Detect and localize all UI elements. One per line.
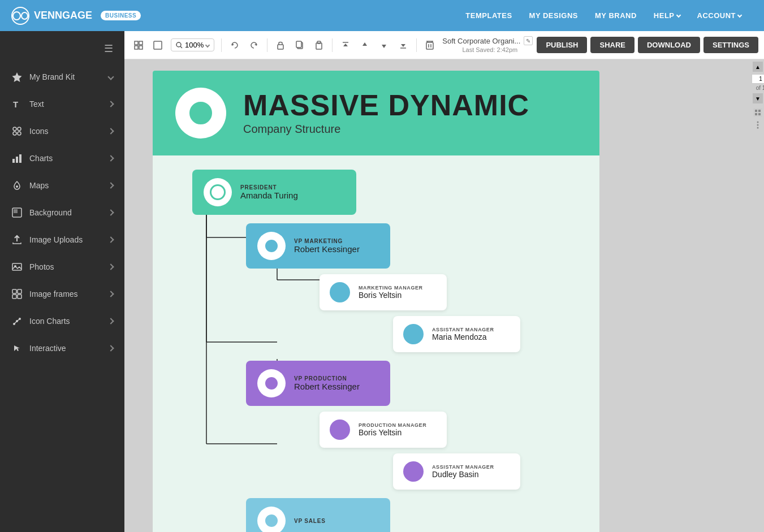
paste-button[interactable] (310, 37, 327, 54)
logo-inner-circle (187, 99, 215, 127)
toolbar: 100% Soft Corporate Organi... ✎ (124, 31, 764, 59)
undo-button[interactable] (226, 37, 243, 54)
move-down-button[interactable] (375, 37, 392, 54)
sidebar-item-maps[interactable]: Maps (0, 172, 124, 199)
vp-sales-node[interactable]: VP SALES (246, 498, 390, 532)
vp-marketing-node[interactable]: VP MARKETING Robert Kessinger (246, 223, 390, 269)
background-chevron-icon (107, 209, 114, 215)
sidebar-item-charts[interactable]: Charts (0, 145, 124, 172)
header-text-block: MASSIVE DYNAMIC Company Structure (243, 90, 529, 136)
svg-point-28 (176, 42, 181, 47)
canvas-scroll-container[interactable]: MASSIVE DYNAMIC Company Structure (153, 71, 747, 532)
nav-templates[interactable]: TEMPLATES (465, 11, 512, 20)
sidebar-item-text[interactable]: T Text (0, 90, 124, 118)
move-top-button[interactable] (337, 37, 354, 54)
move-bottom-button[interactable] (395, 37, 412, 54)
edit-title-icon[interactable]: ✎ (524, 36, 533, 45)
sidebar-item-my-brand-kit[interactable]: My Brand Kit (0, 63, 124, 90)
svg-rect-24 (139, 41, 143, 45)
redo-button[interactable] (245, 37, 262, 54)
scroll-down-button[interactable]: ▼ (753, 93, 763, 103)
delete-button[interactable] (421, 37, 438, 54)
sidebar-item-background[interactable]: Background (0, 199, 124, 226)
svg-point-4 (13, 132, 16, 135)
assistant-manager-1-title: ASSISTANT MANAGER (432, 327, 494, 332)
photos-chevron-icon (107, 263, 114, 270)
nav-account[interactable]: ACCOUNT (697, 11, 742, 20)
scroll-up-button[interactable]: ▲ (753, 62, 763, 72)
nav-my-designs[interactable]: MY DESIGNS (529, 11, 578, 20)
image-frames-chevron-icon (107, 291, 114, 297)
logo[interactable]: VENNGAGE (11, 7, 92, 25)
vp-sales-avatar (257, 507, 286, 532)
zoom-value: 100% (185, 41, 204, 49)
page-view-button[interactable] (149, 37, 166, 54)
vp-production-node[interactable]: VP PRODUCTION Robert Kessinger (246, 361, 390, 406)
assistant-manager-2-title: ASSISTANT MANAGER (432, 464, 494, 470)
vp-sales-section: VP SALES (170, 498, 582, 532)
sidebar-item-photos[interactable]: Photos (0, 253, 124, 280)
svg-line-29 (180, 46, 182, 48)
nav-help[interactable]: HELP (654, 11, 680, 20)
canvas-toggle-button[interactable] (130, 37, 147, 54)
grid-view-button[interactable] (753, 108, 762, 117)
sidebar-item-image-frames[interactable]: Image frames (0, 280, 124, 308)
production-manager-dot (330, 419, 350, 440)
production-manager-name: Boris Yeltsin (359, 428, 426, 437)
text-icon: T (11, 98, 23, 110)
settings-button[interactable]: SETTINGS (703, 37, 758, 53)
copy-button[interactable] (291, 37, 308, 54)
sidebar-item-image-uploads[interactable]: Image Uploads (0, 226, 124, 253)
svg-rect-16 (12, 295, 16, 299)
share-button[interactable]: SHARE (590, 37, 634, 53)
sidebar-item-label-my-brand: My Brand Kit (29, 72, 75, 81)
more-options-button[interactable] (753, 120, 762, 129)
production-manager-title: PRODUCTION MANAGER (359, 422, 426, 428)
assistant-manager-1-node[interactable]: ASSISTANT MANAGER Maria Mendoza (393, 316, 520, 352)
right-panel: ▲ 1 of 1 ▼ (752, 59, 764, 129)
icon-charts-icon (11, 315, 23, 327)
page-number: 1 (752, 74, 764, 84)
logo-text: VENNGAGE (34, 10, 92, 21)
vp-production-name: Robert Kessinger (294, 382, 360, 391)
lock-button[interactable] (272, 37, 289, 54)
search-icon (176, 42, 183, 49)
sidebar-item-interactive[interactable]: Interactive (0, 335, 124, 362)
vp-marketing-section: VP MARKETING Robert Kessinger MARKETING … (170, 223, 582, 352)
sidebar-item-icon-charts[interactable]: Icon Charts (0, 308, 124, 335)
assistant-manager-2-dot (403, 461, 424, 482)
my-brand-chevron-icon (107, 73, 114, 80)
maps-chevron-icon (107, 182, 114, 188)
assistant-manager-2-node[interactable]: ASSISTANT MANAGER Dudley Basin (393, 453, 520, 490)
toolbar-divider-1 (221, 38, 222, 52)
image-uploads-chevron-icon (107, 236, 114, 243)
assistant-manager-1-dot (403, 324, 424, 344)
sidebar-item-icons[interactable]: Icons (0, 118, 124, 145)
svg-rect-15 (18, 289, 21, 293)
star-icon (11, 71, 23, 83)
nav-my-brand[interactable]: MY BRAND (595, 11, 637, 20)
svg-point-65 (757, 127, 759, 129)
menu-toggle-button[interactable]: ☰ (0, 37, 124, 60)
zoom-selector[interactable]: 100% (171, 38, 214, 51)
marketing-manager-node[interactable]: MARKETING MANAGER Boris Yeltsin (320, 274, 447, 310)
sidebar-item-label-background: Background (29, 208, 72, 217)
document-title[interactable]: Soft Corporate Organi... (442, 37, 520, 45)
publish-button[interactable]: PUBLISH (537, 37, 587, 53)
svg-rect-11 (14, 209, 18, 213)
svg-point-9 (16, 185, 18, 188)
vp-production-title: VP PRODUCTION (294, 375, 360, 382)
svg-rect-61 (755, 113, 757, 115)
svg-rect-23 (135, 41, 138, 45)
move-up-button[interactable] (356, 37, 373, 54)
president-name: Amanda Turing (240, 191, 298, 200)
svg-marker-31 (254, 44, 257, 46)
background-icon (11, 207, 23, 218)
toolbar-divider-2 (267, 38, 267, 52)
svg-rect-60 (758, 110, 761, 112)
sidebar-item-label-text: Text (29, 100, 44, 109)
production-manager-node[interactable]: PRODUCTION MANAGER Boris Yeltsin (320, 412, 447, 448)
svg-line-21 (14, 321, 17, 324)
president-node[interactable]: PRESIDENT Amanda Turing (192, 170, 356, 215)
download-button[interactable]: DOWNLOAD (638, 37, 700, 53)
